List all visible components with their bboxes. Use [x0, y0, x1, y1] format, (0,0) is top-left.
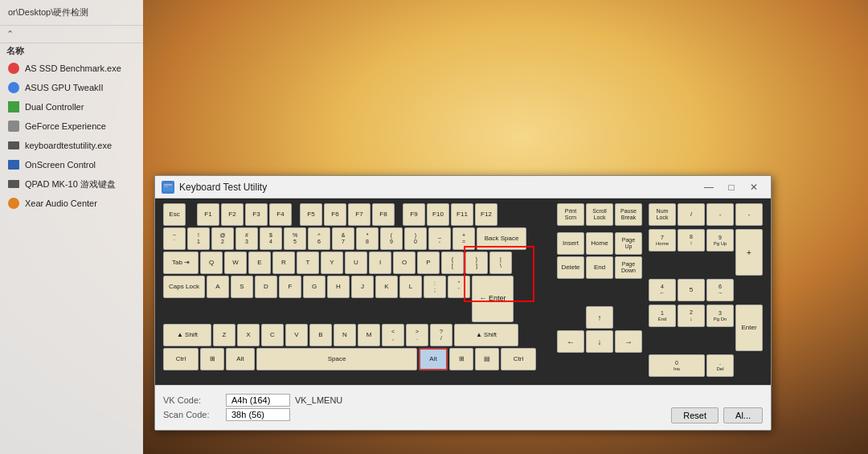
key-lshift[interactable]: ▲ Shift — [163, 324, 211, 346]
key-num0[interactable]: 0Ins — [649, 354, 705, 377]
key-e[interactable]: E — [248, 252, 271, 274]
key-tilde[interactable]: ~` — [163, 227, 186, 250]
key-num6[interactable]: 6→ — [706, 279, 734, 301]
key-pause[interactable]: PauseBreak — [615, 203, 642, 226]
key-a[interactable]: A — [207, 276, 229, 298]
key-x[interactable]: X — [237, 324, 260, 346]
key-down[interactable]: ↓ — [586, 330, 613, 353]
maximize-button[interactable]: □ — [721, 179, 742, 195]
key-home[interactable]: Home — [586, 232, 613, 255]
sidebar-item-qpad[interactable]: QPAD MK-10 游戏键盘 — [0, 174, 143, 194]
key-f2[interactable]: F2 — [221, 203, 244, 226]
alt-button[interactable]: Al... — [723, 407, 763, 423]
key-j[interactable]: J — [351, 276, 374, 298]
key-enter[interactable]: ← Enter — [472, 276, 514, 322]
sidebar-item-kbtest[interactable]: keyboardtestutility.exe — [0, 136, 143, 155]
key-d[interactable]: D — [255, 276, 277, 298]
key-f10[interactable]: F10 — [427, 203, 449, 226]
key-m[interactable]: M — [358, 324, 380, 346]
key-c[interactable]: C — [261, 324, 284, 346]
key-numdel[interactable]: .Del — [706, 354, 734, 377]
sidebar-item-onscreen[interactable]: OnScreen Control — [0, 155, 143, 174]
key-lwin[interactable]: ⊞ — [200, 348, 224, 370]
key-right[interactable]: → — [615, 330, 642, 353]
key-lctrl[interactable]: Ctrl — [163, 348, 199, 370]
sidebar-item-dual[interactable]: Dual Controller — [0, 97, 143, 117]
key-r[interactable]: R — [272, 252, 295, 274]
key-f[interactable]: F — [279, 276, 301, 298]
key-z[interactable]: Z — [213, 324, 235, 346]
key-esc[interactable]: Esc — [163, 203, 186, 226]
key-i[interactable]: I — [369, 252, 391, 274]
key-t[interactable]: T — [297, 252, 319, 274]
close-button[interactable]: ✕ — [743, 179, 764, 195]
key-slash[interactable]: ?/ — [430, 324, 452, 346]
key-f3[interactable]: F3 — [245, 203, 268, 226]
key-lbracket[interactable]: {[ — [441, 252, 464, 274]
key-6[interactable]: ^6 — [308, 227, 330, 250]
key-nummul[interactable]: - — [706, 203, 734, 226]
key-f11[interactable]: F11 — [451, 203, 473, 226]
sidebar-item-geforce[interactable]: GeForce Experience — [0, 117, 143, 136]
key-period[interactable]: >. — [406, 324, 428, 346]
key-n[interactable]: N — [334, 324, 356, 346]
key-space[interactable]: Space — [256, 348, 417, 370]
key-k[interactable]: K — [375, 276, 398, 298]
key-rwin[interactable]: ⊞ — [449, 348, 473, 370]
key-rctrl[interactable]: Ctrl — [501, 348, 536, 370]
key-numenter[interactable]: Enter — [735, 305, 763, 351]
key-tab[interactable]: Tab ⇥ — [163, 252, 199, 274]
key-num2[interactable]: 2↓ — [678, 305, 705, 327]
key-numlock[interactable]: NumLock — [649, 203, 676, 226]
key-9[interactable]: (9 — [380, 227, 403, 250]
key-f7[interactable]: F7 — [348, 203, 371, 226]
key-equals[interactable]: += — [452, 227, 475, 250]
key-num9[interactable]: 9Pg Up — [706, 229, 734, 252]
reset-button[interactable]: Reset — [671, 407, 719, 423]
key-4[interactable]: $4 — [260, 227, 282, 250]
key-num8[interactable]: 8↑ — [678, 229, 705, 252]
sidebar-expand[interactable]: ⌃ — [0, 26, 143, 43]
key-backslash[interactable]: |\ — [489, 252, 512, 274]
key-b[interactable]: B — [309, 324, 332, 346]
key-w[interactable]: W — [224, 252, 247, 274]
key-delete[interactable]: Delete — [557, 256, 584, 279]
key-3[interactable]: #3 — [235, 227, 258, 250]
key-numplus[interactable]: + — [735, 229, 763, 276]
key-l[interactable]: L — [399, 276, 422, 298]
key-pageup[interactable]: PageUp — [615, 232, 642, 255]
key-f6[interactable]: F6 — [324, 203, 346, 226]
key-p[interactable]: P — [417, 252, 440, 274]
key-rbracket[interactable]: }] — [465, 252, 488, 274]
title-bar[interactable]: Keyboard Test Utility — □ ✕ — [155, 176, 771, 198]
key-left[interactable]: ← — [557, 330, 584, 353]
key-minus[interactable]: _- — [428, 227, 451, 250]
key-h[interactable]: H — [327, 276, 350, 298]
key-semicolon[interactable]: :; — [424, 276, 446, 298]
key-num3[interactable]: 3Pg Dn — [706, 305, 734, 327]
key-v[interactable]: V — [285, 324, 308, 346]
key-g[interactable]: G — [303, 276, 326, 298]
key-pagedown[interactable]: PageDown — [615, 256, 642, 279]
sidebar-item-xear[interactable]: Xear Audio Center — [0, 194, 143, 213]
sidebar-item-asus[interactable]: ASUS GPU TweakII — [0, 78, 143, 97]
key-end[interactable]: End — [586, 256, 613, 279]
key-scrolllock[interactable]: ScrollLock — [586, 203, 613, 226]
key-num4[interactable]: 4← — [649, 279, 676, 301]
key-f9[interactable]: F9 — [403, 203, 425, 226]
key-2[interactable]: @2 — [211, 227, 234, 250]
key-lalt[interactable]: Alt — [226, 348, 255, 370]
key-0[interactable]: )0 — [404, 227, 427, 250]
key-num5[interactable]: 5 — [678, 279, 705, 301]
key-num1[interactable]: 1End — [649, 305, 676, 327]
key-1[interactable]: !1 — [187, 227, 210, 250]
key-up[interactable]: ↑ — [586, 306, 613, 329]
key-quote[interactable]: "' — [448, 276, 470, 298]
key-num7[interactable]: 7Home — [649, 229, 676, 252]
key-y[interactable]: Y — [321, 252, 343, 274]
key-ralt[interactable]: Alt — [419, 348, 448, 370]
key-f1[interactable]: F1 — [197, 203, 219, 226]
key-u[interactable]: U — [345, 252, 367, 274]
key-f4[interactable]: F4 — [269, 203, 292, 226]
key-capslock[interactable]: Caps Lock — [163, 276, 205, 298]
